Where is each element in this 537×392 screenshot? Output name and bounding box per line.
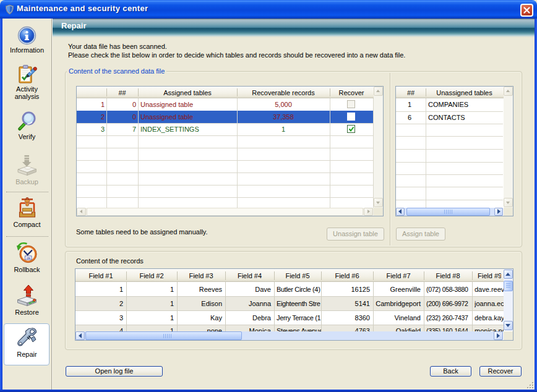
svg-text:ON: ON	[26, 257, 30, 260]
